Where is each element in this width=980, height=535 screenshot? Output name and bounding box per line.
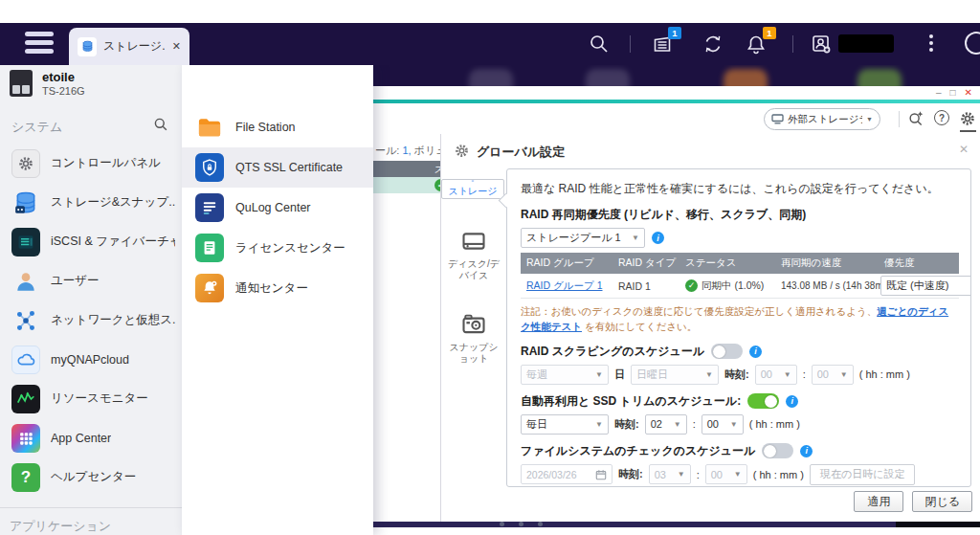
date-value: 2026/03/26 (526, 469, 577, 480)
maximize-button[interactable]: □ (950, 86, 956, 100)
format-hint: ( hh : mm ) (859, 368, 910, 380)
app-item-notification-center[interactable]: 通知センター (182, 268, 373, 308)
sidebar-item-control-panel[interactable]: コントロールパネル (0, 144, 182, 183)
sidebar-item-iscsi-fibre-channel[interactable]: iSCSI & ファイバーチャ... (0, 222, 182, 261)
settings-nav-rail: ストレージ ディスク/デバイス スナップショット (441, 168, 506, 394)
rail-tab-storage[interactable]: ストレージ (441, 179, 504, 199)
smart-search-icon[interactable] (907, 110, 924, 127)
device-icon (771, 114, 784, 124)
app-item-license-center[interactable]: ライセンスセンター (182, 228, 373, 268)
raid-type-value: RAID 1 (612, 274, 679, 299)
close-button[interactable]: 閉じる (912, 491, 972, 512)
fs-check-minute-select[interactable]: 00▼ (705, 464, 747, 484)
control-panel-icon (11, 149, 40, 178)
section-system-label: システム (11, 119, 62, 136)
sidebar-item-myqnapcloud[interactable]: myQNAPcloud (0, 340, 182, 379)
info-icon[interactable]: i (800, 445, 813, 457)
calendar-icon (595, 469, 607, 480)
scrub-minute-select[interactable]: 00▼ (812, 365, 854, 385)
trim-time-label: 時刻: (614, 417, 639, 432)
scrub-frequency-select[interactable]: 毎週▼ (521, 365, 609, 385)
sidebar-item-label: リソースモニター (51, 390, 148, 407)
sidebar-item-storage-snapshots[interactable]: ストレージ&スナップ... (0, 183, 182, 222)
sidebar-item-help-center[interactable]: ? ヘルプセンター (0, 457, 182, 497)
app-item-qulog-center[interactable]: QuLog Center (182, 188, 373, 228)
sidebar-item-resource-monitor[interactable]: リソースモニター (0, 379, 182, 418)
app-list: File Station QTS SSL Certificate QuLog C… (182, 107, 373, 308)
nas-device-icon (10, 70, 33, 97)
dialog-header: グローバル設定 ✕ (441, 134, 980, 167)
disk-drive-icon (460, 228, 487, 255)
license-center-icon (195, 234, 224, 262)
search-icon[interactable] (153, 117, 168, 132)
set-current-datetime-button[interactable]: 現在の日時に設定 (810, 464, 916, 485)
sidebar-item-users[interactable]: ユーザー (0, 261, 182, 301)
pool-select-value: ストレージプール 1 (526, 231, 621, 245)
table-header-row: RAID グループ RAID タイプ ステータス 再同期の速度 優先度 (521, 253, 959, 274)
help-icon[interactable]: ? (934, 110, 951, 127)
priority-select[interactable]: 既定 (中速度) ▼ (880, 276, 971, 296)
help-center-icon: ? (11, 463, 40, 492)
rail-label: スナップショット (448, 342, 500, 366)
taskbar-fragment (896, 521, 980, 527)
rail-tab-disk-device[interactable]: ディスク/デバイス (441, 228, 506, 282)
myqnapcloud-icon (11, 346, 40, 374)
dialog-footer: 適用 閉じる (854, 491, 972, 512)
user-account-icon[interactable] (810, 33, 833, 56)
close-window-button[interactable]: ✕ (965, 86, 972, 100)
sync-icon[interactable] (702, 33, 724, 56)
raid-group-link[interactable]: RAID グループ 1 (526, 279, 603, 291)
scrub-day-select[interactable]: 日曜日▼ (631, 365, 719, 385)
global-search-icon[interactable] (588, 33, 611, 56)
tab-close-icon[interactable]: ✕ (172, 40, 181, 53)
trim-frequency-select[interactable]: 毎日▼ (521, 414, 609, 435)
settings-gear-icon[interactable] (959, 110, 976, 127)
dialog-close-button[interactable]: ✕ (959, 143, 969, 156)
trim-hour-select[interactable]: 02▼ (645, 414, 687, 435)
tab-storage-snapshots[interactable]: ストレージ... ✕ (69, 28, 189, 65)
col-status: ステータス (679, 253, 775, 274)
app-item-qts-ssl-certificate[interactable]: QTS SSL Certificate (182, 147, 373, 188)
sidebar-item-network-virtual-switch[interactable]: ネットワークと仮想ス... (0, 301, 182, 340)
col-resync-speed: 再同期の速度 (775, 253, 879, 274)
fs-check-hour-select[interactable]: 03▼ (649, 464, 691, 484)
topbar-divider (630, 35, 631, 53)
app-item-label: File Station (235, 121, 296, 134)
edge-clipped-icon[interactable] (965, 32, 980, 55)
scrubbing-toggle[interactable] (711, 344, 743, 359)
snapshot-camera-icon (460, 311, 487, 338)
info-icon[interactable]: i (786, 395, 798, 408)
scrubbing-heading: RAID スクラビングのスケジュール (521, 344, 704, 360)
sidebar-item-label: ヘルプセンター (51, 469, 136, 485)
info-icon[interactable]: i (652, 232, 664, 244)
qulog-center-icon (195, 193, 224, 222)
settings-gear-icon (454, 143, 470, 159)
storage-pool-select[interactable]: ストレージプール 1 ▼ (521, 228, 645, 248)
scrub-hour-select[interactable]: 00▼ (755, 365, 797, 385)
caret-down-icon: ▼ (784, 370, 791, 379)
fs-check-date-input[interactable]: 2026/03/26 (521, 464, 612, 484)
app-item-file-station[interactable]: File Station (182, 107, 373, 147)
time-separator: : (697, 469, 700, 480)
window-controls: – □ ✕ (936, 86, 972, 100)
device-model: TS-216G (42, 85, 85, 97)
caret-down-icon: ▼ (705, 370, 713, 379)
network-virtual-switch-icon (11, 306, 40, 335)
more-options-icon[interactable] (928, 34, 934, 55)
apply-button[interactable]: 適用 (854, 491, 903, 512)
trim-minute-select[interactable]: 00▼ (702, 414, 744, 435)
main-menu-button[interactable] (25, 32, 54, 57)
info-icon[interactable]: i (749, 346, 762, 358)
trim-toggle[interactable] (747, 393, 779, 409)
sidebar-item-app-center[interactable]: App Center (0, 418, 182, 457)
raid-groups-table: RAID グループ RAID タイプ ステータス 再同期の速度 優先度 RAID… (521, 253, 959, 299)
external-storage-device-button[interactable]: 外部ストレージデバイス ▼ (764, 108, 880, 130)
fs-check-toggle[interactable] (762, 443, 793, 458)
col-raid-type: RAID タイプ (612, 253, 679, 274)
rail-tab-snapshot[interactable]: スナップショット (441, 311, 506, 366)
background-pool-row: ✓ (373, 177, 450, 193)
toolbar-divider (899, 111, 900, 127)
app-shortcut-panel: File Station QTS SSL Certificate QuLog C… (182, 65, 373, 535)
scrub-time-label: 時刻: (724, 368, 749, 382)
minimize-button[interactable]: – (936, 86, 942, 100)
